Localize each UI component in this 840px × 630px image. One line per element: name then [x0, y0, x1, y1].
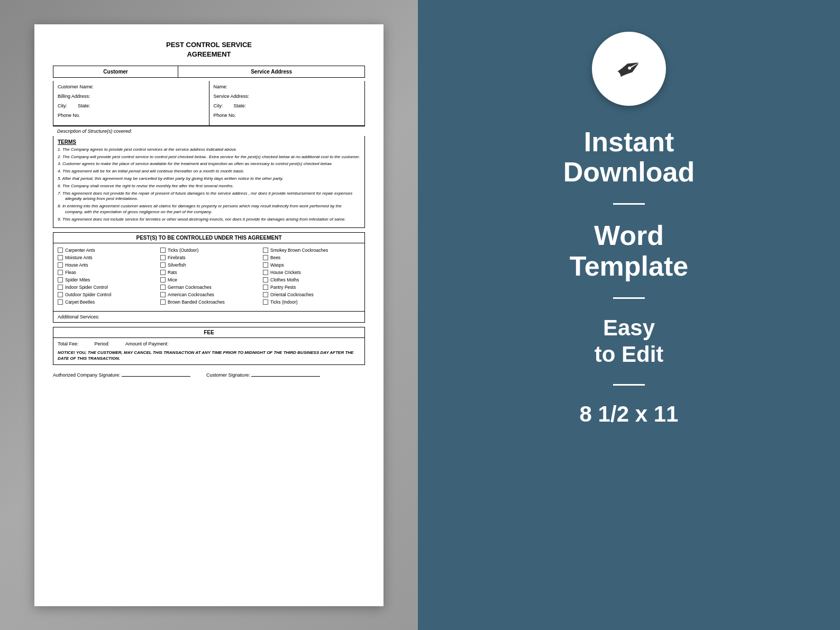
divider-3	[613, 384, 645, 386]
pest-label: Ticks (Indoor)	[270, 299, 298, 305]
left-panel: PEST CONTROL SERVICE AGREEMENT Customer …	[0, 0, 418, 630]
phone-row-left: Phone No.	[58, 113, 205, 118]
state-label-left: State:	[78, 103, 90, 108]
pest-item: Bees	[263, 255, 360, 260]
amount-label: Amount of Payment:	[125, 341, 169, 346]
terms-item: 4. This agreement will be for an initial…	[58, 169, 360, 175]
pest-item: Wasps	[263, 262, 360, 268]
customer-sig-label: Customer Signature:	[206, 372, 250, 378]
billing-address-label: Billing Address:	[58, 94, 90, 99]
pest-checkbox[interactable]	[58, 255, 63, 260]
terms-item: 8. In entering into this agreement custo…	[58, 204, 360, 215]
pest-item: Pantry Pests	[263, 285, 360, 290]
service-address-label: Service Address:	[214, 94, 250, 99]
pest-label: House Ants	[65, 262, 88, 268]
divider-1	[613, 203, 645, 205]
easy-line1: Easy	[595, 315, 664, 341]
pest-checkbox[interactable]	[58, 262, 63, 268]
info-section: Customer Name: Billing Address: City: St…	[53, 81, 365, 126]
auth-sig-label: Authorized Company Signature:	[53, 372, 121, 378]
customer-sig-field	[251, 370, 320, 377]
title-line1: PEST CONTROL SERVICE	[53, 40, 365, 50]
easy-line2: to Edit	[595, 341, 664, 368]
pest-item: Smokey Brown Cockroaches	[263, 248, 360, 253]
pest-item: Ticks (Indoor)	[263, 299, 360, 305]
pest-checkbox[interactable]	[160, 270, 166, 275]
customer-name-label: Customer Name:	[58, 84, 94, 89]
phone-row-right: Phone No.	[214, 113, 361, 118]
service-name-row: Name:	[214, 84, 361, 89]
terms-item: 2. The Company will provide pest control…	[58, 154, 360, 160]
fee-body: Total Fee: Period: Amount of Payment: NO…	[53, 338, 365, 365]
pest-checkbox[interactable]	[263, 277, 268, 282]
terms-title: TERMS	[58, 139, 360, 145]
pest-checkbox[interactable]	[160, 299, 166, 305]
additional-services-label: Additional Services:	[58, 314, 99, 319]
additional-services: Additional Services:	[53, 312, 365, 323]
pest-label: Indoor Spider Control	[65, 285, 108, 290]
divider-2	[613, 297, 645, 299]
state-label-right: State:	[234, 103, 246, 108]
description-label: Description of Structure(s) covered:	[57, 129, 132, 134]
pests-col-2: Ticks (Outdoor)FirebratsSilverfishRatsMi…	[160, 248, 258, 307]
service-address-info: Name: Service Address: City: State: Phon…	[209, 81, 365, 125]
pest-checkbox[interactable]	[263, 255, 268, 260]
pest-checkbox[interactable]	[263, 292, 268, 297]
city-state-row-left: City: State:	[58, 103, 205, 108]
pest-checkbox[interactable]	[263, 248, 268, 253]
description-row: Description of Structure(s) covered:	[53, 126, 365, 136]
pest-checkbox[interactable]	[58, 285, 63, 290]
pest-item: Ticks (Outdoor)	[160, 248, 258, 253]
pest-checkbox[interactable]	[160, 285, 166, 290]
service-address-row: Service Address:	[214, 94, 361, 99]
terms-section: TERMS 1. The Company agrees to provide p…	[53, 136, 365, 228]
pest-checkbox[interactable]	[58, 277, 63, 282]
pest-checkbox[interactable]	[58, 299, 63, 305]
pest-checkbox[interactable]	[263, 270, 268, 275]
pest-label: Wasps	[270, 262, 284, 268]
pest-item: Rats	[160, 270, 258, 275]
pest-label: Outdoor Spider Control	[65, 292, 111, 297]
pest-item: Spider Mites	[58, 277, 155, 282]
pest-checkbox[interactable]	[160, 277, 166, 282]
pest-checkbox[interactable]	[58, 292, 63, 297]
pest-item: Brown Banded Cockroaches	[160, 299, 258, 305]
terms-item: 6. The Company shall reserve the right t…	[58, 184, 360, 189]
pest-checkbox[interactable]	[160, 292, 166, 297]
pest-label: Spider Mites	[65, 277, 90, 282]
pest-checkbox[interactable]	[263, 299, 268, 305]
pen-circle: ✒	[592, 32, 666, 106]
notice-text: NOTICE! YOU, THE CUSTOMER, MAY CANCEL TH…	[58, 350, 360, 361]
pest-label: Carpet Beetles	[65, 299, 95, 305]
pest-checkbox[interactable]	[58, 248, 63, 253]
heading-line2: Download	[563, 157, 695, 187]
pest-label: Rats	[168, 270, 177, 275]
pest-label: Fleas	[65, 270, 76, 275]
terms-item: 3. Customer agrees to make the place of …	[58, 161, 360, 167]
pest-checkbox[interactable]	[160, 255, 166, 260]
pest-item: Moisture Ants	[58, 255, 155, 260]
pest-item: Indoor Spider Control	[58, 285, 155, 290]
pest-label: Bees	[270, 255, 280, 260]
pest-checkbox[interactable]	[58, 270, 63, 275]
pest-item: House Ants	[58, 262, 155, 268]
pest-checkbox[interactable]	[160, 262, 166, 268]
pest-label: Carpenter Ants	[65, 248, 95, 253]
heading-line1: Instant	[563, 127, 695, 157]
pest-label: House Crickets	[270, 270, 301, 275]
signature-row: Authorized Company Signature: Customer S…	[53, 370, 365, 378]
pest-checkbox[interactable]	[263, 285, 268, 290]
pest-label: Ticks (Outdoor)	[168, 248, 198, 253]
customer-name-row: Customer Name:	[58, 84, 205, 89]
pest-checkbox[interactable]	[263, 262, 268, 268]
size-text: 8 1/2 x 11	[580, 401, 679, 427]
pest-item: Clothes Moths	[263, 277, 360, 282]
instant-download-heading: Instant Download	[563, 127, 695, 187]
document: PEST CONTROL SERVICE AGREEMENT Customer …	[34, 24, 384, 606]
city-label-left: City:	[58, 103, 67, 108]
document-title: PEST CONTROL SERVICE AGREEMENT	[53, 40, 365, 59]
phone-label-left: Phone No.	[58, 113, 80, 118]
customer-info: Customer Name: Billing Address: City: St…	[53, 81, 209, 125]
terms-item: 5. After that period, this agreement may…	[58, 176, 360, 182]
pest-checkbox[interactable]	[160, 248, 166, 253]
